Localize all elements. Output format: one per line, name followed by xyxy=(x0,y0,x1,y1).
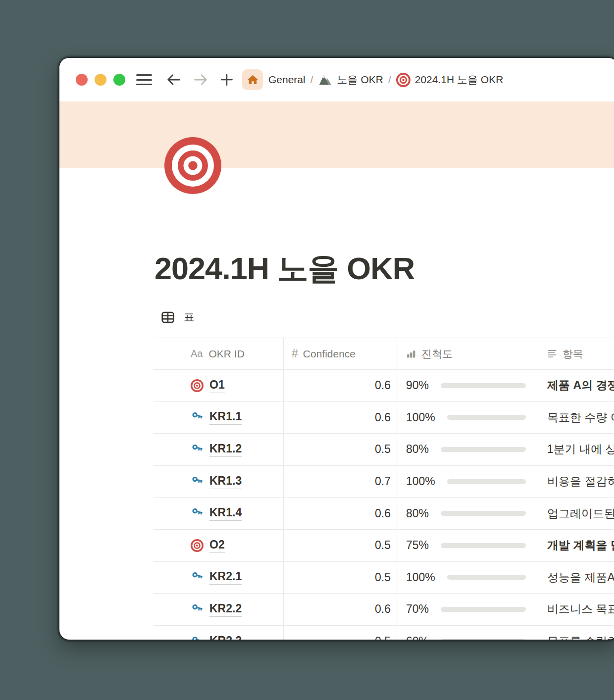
progress-cell[interactable]: 75% xyxy=(397,530,537,561)
okr-id-cell[interactable]: KR2.3 xyxy=(154,626,284,640)
item-cell[interactable]: 비즈니스 목표 xyxy=(537,594,614,625)
table-row[interactable]: KR1.4 0.6 80% 업그레이드된 xyxy=(154,498,614,530)
confidence-cell[interactable]: 0.6 xyxy=(284,402,397,434)
confidence-cell[interactable]: 0.6 xyxy=(284,594,397,625)
back-button[interactable] xyxy=(165,71,183,89)
progress-bar xyxy=(447,415,526,420)
confidence-cell[interactable]: 0.5 xyxy=(284,626,397,640)
okr-id-link[interactable]: KR1.2 xyxy=(209,442,242,457)
table-row[interactable]: O2 0.5 75% 개발 계획을 달 xyxy=(154,530,614,562)
plus-icon xyxy=(219,72,234,87)
progress-bar xyxy=(441,639,526,640)
table-row[interactable]: KR2.3 0.5 60% 목표를 수립하 xyxy=(154,626,614,640)
table-row[interactable]: KR2.1 0.5 100% 성능을 제품A xyxy=(154,562,614,594)
key-icon xyxy=(191,603,204,616)
okr-id-cell[interactable]: KR1.1 xyxy=(154,402,284,434)
progress-percent-label: 90% xyxy=(406,379,429,392)
okr-id-link[interactable]: KR2.3 xyxy=(209,634,242,640)
table-header-row: Aa OKR ID # Confidence 진척도 항목 xyxy=(154,338,614,370)
table-row[interactable]: KR1.3 0.7 100% 비용을 절감하 xyxy=(154,466,614,498)
progress-percent-label: 100% xyxy=(406,411,435,424)
confidence-cell[interactable]: 0.5 xyxy=(284,434,397,465)
confidence-cell[interactable]: 0.5 xyxy=(284,562,397,594)
okr-id-link[interactable]: O1 xyxy=(209,378,225,393)
page-title[interactable]: 2024.1H 노을 OKR xyxy=(154,248,414,290)
hamburger-icon xyxy=(136,79,152,81)
target-icon xyxy=(396,73,410,87)
okr-id-link[interactable]: KR1.4 xyxy=(209,506,242,521)
home-button[interactable] xyxy=(242,69,263,90)
okr-id-link[interactable]: KR1.1 xyxy=(209,410,242,425)
okr-id-link[interactable]: KR2.2 xyxy=(209,602,242,617)
mountain-icon xyxy=(318,73,333,87)
sidebar-toggle-button[interactable] xyxy=(136,73,152,86)
progress-cell[interactable]: 100% xyxy=(397,402,537,434)
confidence-cell[interactable]: 0.5 xyxy=(284,530,397,561)
table-row[interactable]: KR1.2 0.5 80% 1분기 내에 상 xyxy=(154,434,614,466)
page-icon-target[interactable] xyxy=(164,137,221,194)
progress-cell[interactable]: 100% xyxy=(397,466,537,498)
table-row[interactable]: KR1.1 0.6 100% 목표한 수량 이 xyxy=(154,402,614,434)
column-header-item[interactable]: 항목 xyxy=(537,338,614,369)
breadcrumb-separator: / xyxy=(310,74,313,86)
breadcrumb-item-general[interactable]: General xyxy=(268,74,306,86)
item-cell[interactable]: 성능을 제품A xyxy=(537,562,614,594)
table-row[interactable]: O1 0.6 90% 제품 A의 경쟁 xyxy=(154,370,614,402)
column-header-progress[interactable]: 진척도 xyxy=(397,338,537,369)
zoom-window-button[interactable] xyxy=(113,74,125,86)
okr-id-cell[interactable]: O1 xyxy=(154,370,284,401)
item-cell[interactable]: 개발 계획을 달 xyxy=(537,530,614,561)
okr-id-cell[interactable]: KR1.4 xyxy=(154,498,284,529)
progress-cell[interactable]: 80% xyxy=(397,498,537,529)
okr-id-cell[interactable]: KR1.3 xyxy=(154,466,284,498)
progress-cell[interactable]: 60% xyxy=(397,626,537,640)
progress-bar xyxy=(441,383,526,388)
confidence-cell[interactable]: 0.6 xyxy=(284,498,397,529)
breadcrumb-separator: / xyxy=(388,74,391,86)
item-cell[interactable]: 비용을 절감하 xyxy=(537,466,614,498)
item-cell[interactable]: 목표한 수량 이 xyxy=(537,402,614,434)
column-header-confidence[interactable]: # Confidence xyxy=(284,338,397,369)
table-row[interactable]: KR2.2 0.6 70% 비즈니스 목표 xyxy=(154,594,614,626)
item-cell[interactable]: 1분기 내에 상 xyxy=(537,434,614,465)
breadcrumb-item-current-page[interactable]: 2024.1H 노을 OKR xyxy=(396,73,504,87)
progress-cell[interactable]: 70% xyxy=(397,594,537,625)
breadcrumb-label: 2024.1H 노을 OKR xyxy=(415,73,504,87)
breadcrumb: General / 노을 OKR / xyxy=(268,73,503,87)
column-header-label: Confidence xyxy=(303,348,356,360)
title-property-icon: Aa xyxy=(191,348,203,359)
progress-cell[interactable]: 100% xyxy=(397,562,537,594)
okr-id-link[interactable]: O2 xyxy=(209,538,225,553)
okr-id-link[interactable]: KR2.1 xyxy=(209,570,242,585)
okr-id-cell[interactable]: O2 xyxy=(154,530,284,561)
column-header-okr-id[interactable]: Aa OKR ID xyxy=(154,338,284,369)
new-page-button[interactable] xyxy=(218,71,235,88)
progress-percent-label: 80% xyxy=(406,443,429,456)
progress-percent-label: 100% xyxy=(406,475,435,488)
progress-cell[interactable]: 80% xyxy=(397,434,537,465)
okr-id-cell[interactable]: KR1.2 xyxy=(154,434,284,465)
item-cell[interactable]: 목표를 수립하 xyxy=(537,626,614,640)
okr-id-cell[interactable]: KR2.1 xyxy=(154,562,284,594)
column-header-label: 진척도 xyxy=(421,347,453,361)
progress-cell[interactable]: 90% xyxy=(397,370,537,401)
forward-button[interactable] xyxy=(192,71,209,89)
breadcrumb-label: 노을 OKR xyxy=(337,73,383,87)
close-window-button[interactable] xyxy=(76,74,88,86)
tab-table-view[interactable]: 표 xyxy=(160,309,195,325)
progress-bar xyxy=(441,543,526,548)
confidence-cell[interactable]: 0.6 xyxy=(284,370,397,401)
confidence-cell[interactable]: 0.7 xyxy=(284,466,397,498)
key-icon xyxy=(191,507,204,520)
hamburger-icon xyxy=(136,74,152,76)
arrow-left-icon xyxy=(165,71,182,88)
breadcrumb-item-noeul-okr[interactable]: 노을 OKR xyxy=(318,73,383,87)
progress-percent-label: 100% xyxy=(406,571,435,584)
item-cell[interactable]: 제품 A의 경쟁 xyxy=(537,370,614,401)
okr-id-cell[interactable]: KR2.2 xyxy=(154,594,284,625)
minimize-window-button[interactable] xyxy=(95,74,106,86)
hamburger-icon xyxy=(136,84,152,85)
okr-id-link[interactable]: KR1.3 xyxy=(209,474,242,489)
item-cell[interactable]: 업그레이드된 xyxy=(537,498,614,529)
progress-bar xyxy=(447,575,526,580)
